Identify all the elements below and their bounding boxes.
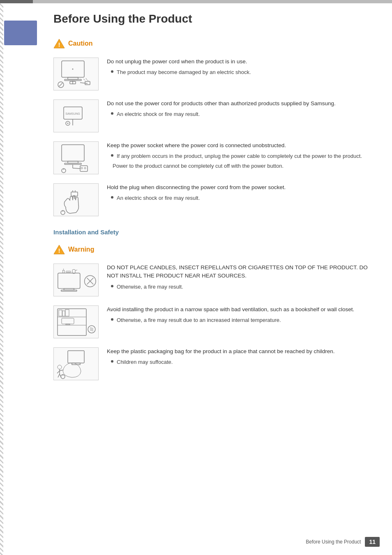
svg-point-59 [58,365,62,369]
svg-rect-51 [62,318,74,324]
caution-image-2: SAMSUNG [53,99,99,132]
svg-text:!: ! [58,42,60,48]
caution-bullet-2: An electric shock or fire may result. [111,110,380,118]
left-sidebar [0,0,49,555]
svg-line-14 [87,80,88,81]
svg-rect-52 [66,324,70,325]
caution-bullet-3: If any problem occurs in the product, un… [111,152,380,160]
warning-bullet-2: Otherwise, a fire may result due to an i… [111,316,380,324]
caution-bullet-1: The product may become damaged by an ele… [111,68,380,76]
warning-text-2: Avoid installing the product in a narrow… [107,305,380,324]
warning-main-3: Keep the plastic packaging bag for the p… [107,347,380,356]
main-content: Before Using the Product ! Caution [53,0,380,406]
caution-item-3: Keep the power socket where the power co… [53,141,380,174]
svg-rect-55 [65,310,69,316]
bullet-dot [111,154,113,157]
caution-text-4: Hold the plug when disconnecting the pow… [107,183,380,202]
caution-image-3 [53,141,99,174]
svg-point-26 [81,167,83,169]
caution-sub-bullet-3: Power to the product cannot be completel… [113,162,380,170]
svg-line-61 [57,371,60,373]
svg-rect-39 [58,273,80,288]
caution-main-3: Keep the power socket where the power co… [107,141,380,150]
svg-rect-53 [59,310,62,316]
svg-line-28 [73,168,80,169]
warning-main-2: Avoid installing the product in a narrow… [107,305,380,314]
warning-triangle-icon: ! [53,244,65,255]
warning-label: Warning [68,246,94,253]
svg-line-13 [86,78,87,80]
caution-item-4: Hold the plug when disconnecting the pow… [53,183,380,216]
caution-bullet-4: An electric shock or fire may result. [111,194,380,202]
warning-section-header: ! Warning [53,244,380,255]
bullet-dot [111,112,113,115]
svg-rect-41 [61,290,77,291]
caution-bullet-text-3: If any problem occurs in the product, un… [117,152,362,160]
caution-main-4: Hold the plug when disconnecting the pow… [107,183,380,192]
svg-point-5 [72,68,74,69]
svg-rect-54 [62,311,65,316]
caution-label: Caution [68,40,93,47]
page-number: 11 [365,537,380,547]
warning-bullet-text-1: Otherwise, a fire may result. [117,283,183,291]
bullet-dot [111,285,113,287]
footer-text: Before Using the Product [306,539,361,545]
sidebar-diagonal-stripe [0,3,3,555]
svg-line-11 [59,83,62,86]
svg-point-27 [84,167,86,169]
caution-bullet-text-4: An electric shock or fire may result. [117,194,200,202]
caution-item-1: Do not unplug the power cord when the pr… [53,58,380,90]
caution-section-header: ! Caution [53,38,380,49]
svg-rect-43 [66,271,71,272]
warning-item-2: Avoid installing the product in a narrow… [53,305,380,338]
warning-image-2 [53,305,99,338]
svg-line-8 [80,83,88,83]
svg-line-63 [58,374,60,377]
caution-triangle-icon: ! [53,38,65,49]
svg-line-62 [60,370,63,371]
warning-image-3 [53,347,99,380]
caution-main-1: Do not unplug the power cord when the pr… [107,58,380,66]
caution-bullet-text-2: An electric shock or fire may result. [117,110,200,118]
warning-bullet-1: Otherwise, a fire may result. [111,283,380,291]
caution-text-1: Do not unplug the power cord when the pr… [107,58,380,76]
svg-rect-23 [65,163,81,164]
caution-main-2: Do not use the power cord for products o… [107,99,380,108]
caution-image-4 [53,183,99,216]
page-title: Before Using the Product [53,8,380,25]
installation-heading: Installation and Safety [53,229,380,236]
bullet-dot [111,70,113,73]
svg-rect-57 [68,351,84,363]
sidebar-blue-block [4,21,37,45]
warning-bullet-text-3: Children may suffocate. [117,358,173,366]
svg-rect-42 [63,270,65,273]
warning-main-1: DO NOT PLACE CANDLES, INSECT REPELLANTS … [107,264,380,280]
bullet-dot [111,318,113,321]
warning-text-1: DO NOT PLACE CANDLES, INSECT REPELLANTS … [107,264,380,291]
svg-text:SAMSUNG: SAMSUNG [65,112,80,115]
warning-item-3: Keep the plastic packaging bag for the p… [53,347,380,380]
warning-item-1: DO NOT PLACE CANDLES, INSECT REPELLANTS … [53,264,380,296]
bullet-dot [111,196,113,199]
top-stripe [0,0,392,3]
caution-image-1 [53,58,99,90]
caution-text-2: Do not use the power cord for products o… [107,99,380,118]
svg-text:!: ! [58,247,60,254]
warning-image-1 [53,264,99,296]
warning-bullet-text-2: Otherwise, a fire may result due to an i… [117,316,281,324]
caution-text-3: Keep the power socket where the power co… [107,141,380,170]
caution-item-2: SAMSUNG Do not use the power cord for pr… [53,99,380,132]
svg-line-12 [83,79,85,80]
page-footer: Before Using the Product 11 [306,537,380,547]
warning-bullet-3: Children may suffocate. [111,358,380,366]
svg-rect-21 [62,145,84,161]
warning-text-3: Keep the plastic packaging bag for the p… [107,347,380,366]
bullet-dot [111,360,113,363]
svg-rect-4 [65,79,81,81]
caution-bullet-text-1: The product may become damaged by an ele… [117,68,251,76]
